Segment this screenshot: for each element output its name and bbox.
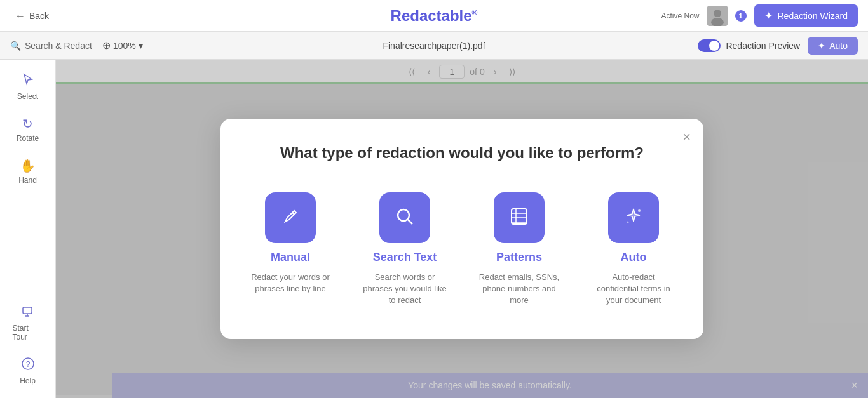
redaction-preview-label: Redaction Preview [726, 41, 800, 51]
header-center: Redactable® [391, 7, 478, 25]
zoom-level: 100% [113, 41, 136, 51]
search-redact-label: Search & Redact [25, 41, 92, 51]
auto-icon-box [608, 192, 659, 243]
wizard-icon: ✦ [764, 10, 773, 22]
auto-option-desc: Auto-redact confidential terms in your d… [592, 272, 675, 307]
sidebar-item-select-label: Select [17, 92, 38, 101]
patterns-icon-box [494, 192, 545, 243]
redaction-preview-toggle: Redaction Preview [698, 39, 800, 52]
search-text-icon [393, 205, 416, 230]
modal-option-search-text[interactable]: Search Text Search words or phrases you … [355, 185, 454, 314]
active-now-label: Active Now [661, 11, 699, 20]
patterns-icon [508, 205, 531, 230]
modal-option-patterns[interactable]: Patterns Redact emails, SSNs, phone numb… [470, 185, 569, 314]
filename: Finalresearchpaper(1).pdf [383, 41, 485, 51]
svg-line-10 [408, 220, 412, 224]
logo-trademark: ® [472, 8, 478, 17]
logo-text: Redactable [391, 7, 472, 24]
content-area: ⟨⟨ ‹ of 0 › ⟩⟩ × What type of redaction … [56, 60, 868, 398]
sidebar-item-select[interactable]: Select [5, 67, 51, 106]
auto-sparkle-icon: ✦ [818, 41, 825, 51]
header-left: ← Back [10, 8, 54, 24]
modal-title: What type of redaction would you like to… [241, 144, 683, 162]
search-icon: 🔍 [10, 41, 21, 51]
svg-line-8 [292, 213, 294, 215]
manual-option-title: Manual [271, 251, 310, 264]
sidebar-item-help-label: Help [20, 376, 36, 385]
svg-point-17 [627, 221, 629, 223]
hand-icon: ✋ [20, 158, 36, 173]
modal-close-button[interactable]: × [682, 129, 691, 145]
patterns-option-title: Patterns [496, 251, 542, 264]
auto-option-title: Auto [621, 251, 647, 264]
avatar [707, 6, 728, 26]
search-text-icon-box [379, 192, 430, 243]
logo: Redactable® [391, 7, 478, 25]
manual-icon [279, 205, 302, 230]
redaction-type-modal: × What type of redaction would you like … [220, 119, 703, 340]
svg-point-16 [638, 209, 641, 212]
modal-options: Manual Redact your words or phrases line… [241, 185, 683, 314]
header: ← Back Redactable® Active Now 1 ✦ Redact… [0, 0, 868, 32]
auto-sparkle-modal-icon [622, 205, 645, 230]
toggle-switch[interactable] [698, 39, 721, 52]
toolbar: 🔍 Search & Redact ⊕ 100% ▾ Finalresearch… [0, 32, 868, 60]
wizard-btn-label: Redaction Wizard [778, 11, 848, 21]
toggle-knob [709, 41, 719, 51]
modal-overlay: × What type of redaction would you like … [56, 60, 868, 398]
redaction-wizard-button[interactable]: ✦ Redaction Wizard [754, 4, 858, 27]
sidebar-item-hand[interactable]: ✋ Hand [5, 153, 51, 190]
rotate-icon: ↻ [22, 116, 33, 131]
back-arrow-icon: ← [15, 10, 25, 22]
main-area: Select ↻ Rotate ✋ Hand Start Tour [0, 60, 868, 398]
sidebar-item-rotate[interactable]: ↻ Rotate [5, 111, 51, 148]
modal-option-manual[interactable]: Manual Redact your words or phrases line… [241, 185, 340, 314]
search-text-option-title: Search Text [373, 251, 437, 264]
zoom-icon: ⊕ [102, 39, 111, 51]
active-now: Active Now [661, 11, 699, 20]
back-button[interactable]: ← Back [10, 8, 54, 24]
patterns-option-desc: Redact emails, SSNs, phone numbers and m… [477, 272, 561, 307]
header-right: Active Now 1 ✦ Redaction Wizard [661, 4, 858, 27]
svg-text:?: ? [25, 360, 30, 369]
auto-button[interactable]: ✦ Auto [808, 37, 858, 55]
zoom-control[interactable]: ⊕ 100% ▾ [102, 39, 143, 51]
avatar-img [707, 6, 728, 26]
tour-icon [21, 304, 35, 321]
svg-rect-3 [23, 307, 32, 314]
toolbar-center: Finalresearchpaper(1).pdf [383, 40, 485, 51]
svg-point-9 [398, 209, 409, 221]
help-icon: ? [21, 357, 35, 374]
toolbar-right: Redaction Preview ✦ Auto [698, 37, 858, 55]
svg-point-1 [714, 10, 721, 17]
search-text-option-desc: Search words or phrases you would like t… [363, 272, 447, 307]
select-icon [21, 72, 35, 90]
sidebar: Select ↻ Rotate ✋ Hand Start Tour [0, 60, 56, 398]
sidebar-item-hand-label: Hand [18, 176, 37, 185]
auto-btn-label: Auto [829, 41, 848, 51]
manual-option-desc: Redact your words or phrases line by lin… [248, 272, 332, 295]
zoom-chevron-icon: ▾ [139, 41, 143, 51]
sidebar-item-rotate-label: Rotate [17, 134, 39, 143]
sidebar-item-help[interactable]: ? Help [5, 352, 51, 390]
back-label: Back [29, 11, 49, 21]
sidebar-item-start-tour-label: Start Tour [13, 324, 43, 342]
search-redact-button[interactable]: 🔍 Search & Redact [10, 41, 92, 51]
toolbar-left: 🔍 Search & Redact ⊕ 100% ▾ [10, 39, 143, 51]
sidebar-item-start-tour[interactable]: Start Tour [5, 299, 51, 347]
page-badge: 1 [735, 10, 747, 22]
manual-icon-box [265, 192, 316, 243]
modal-option-auto[interactable]: Auto Auto-redact confidential terms in y… [584, 185, 683, 314]
